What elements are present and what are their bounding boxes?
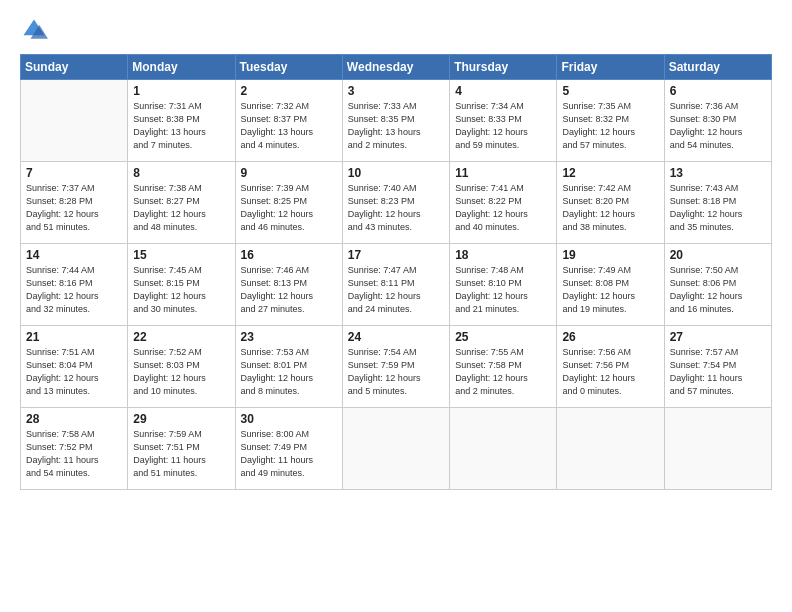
day-info: Sunrise: 7:34 AMSunset: 8:33 PMDaylight:… (455, 100, 551, 152)
logo (20, 16, 52, 44)
day-info: Sunrise: 7:49 AMSunset: 8:08 PMDaylight:… (562, 264, 658, 316)
day-info: Sunrise: 7:32 AMSunset: 8:37 PMDaylight:… (241, 100, 337, 152)
calendar-day-cell (450, 408, 557, 490)
calendar-week-row: 21Sunrise: 7:51 AMSunset: 8:04 PMDayligh… (21, 326, 772, 408)
day-number: 3 (348, 84, 444, 98)
day-number: 6 (670, 84, 766, 98)
day-number: 13 (670, 166, 766, 180)
calendar-day-cell: 9Sunrise: 7:39 AMSunset: 8:25 PMDaylight… (235, 162, 342, 244)
calendar-week-row: 1Sunrise: 7:31 AMSunset: 8:38 PMDaylight… (21, 80, 772, 162)
calendar-day-cell: 19Sunrise: 7:49 AMSunset: 8:08 PMDayligh… (557, 244, 664, 326)
weekday-header: Monday (128, 55, 235, 80)
calendar-day-cell: 28Sunrise: 7:58 AMSunset: 7:52 PMDayligh… (21, 408, 128, 490)
calendar-day-cell: 29Sunrise: 7:59 AMSunset: 7:51 PMDayligh… (128, 408, 235, 490)
calendar-day-cell: 20Sunrise: 7:50 AMSunset: 8:06 PMDayligh… (664, 244, 771, 326)
calendar-table: SundayMondayTuesdayWednesdayThursdayFrid… (20, 54, 772, 490)
calendar-day-cell: 14Sunrise: 7:44 AMSunset: 8:16 PMDayligh… (21, 244, 128, 326)
day-number: 1 (133, 84, 229, 98)
day-number: 9 (241, 166, 337, 180)
day-number: 4 (455, 84, 551, 98)
calendar-day-cell: 5Sunrise: 7:35 AMSunset: 8:32 PMDaylight… (557, 80, 664, 162)
day-info: Sunrise: 7:53 AMSunset: 8:01 PMDaylight:… (241, 346, 337, 398)
calendar-day-cell (21, 80, 128, 162)
calendar-day-cell: 11Sunrise: 7:41 AMSunset: 8:22 PMDayligh… (450, 162, 557, 244)
calendar-day-cell: 16Sunrise: 7:46 AMSunset: 8:13 PMDayligh… (235, 244, 342, 326)
day-number: 18 (455, 248, 551, 262)
calendar-day-cell: 13Sunrise: 7:43 AMSunset: 8:18 PMDayligh… (664, 162, 771, 244)
day-info: Sunrise: 7:38 AMSunset: 8:27 PMDaylight:… (133, 182, 229, 234)
calendar-day-cell: 30Sunrise: 8:00 AMSunset: 7:49 PMDayligh… (235, 408, 342, 490)
day-info: Sunrise: 7:54 AMSunset: 7:59 PMDaylight:… (348, 346, 444, 398)
day-number: 5 (562, 84, 658, 98)
day-info: Sunrise: 7:39 AMSunset: 8:25 PMDaylight:… (241, 182, 337, 234)
calendar-day-cell: 21Sunrise: 7:51 AMSunset: 8:04 PMDayligh… (21, 326, 128, 408)
day-number: 16 (241, 248, 337, 262)
day-info: Sunrise: 7:35 AMSunset: 8:32 PMDaylight:… (562, 100, 658, 152)
calendar-day-cell: 12Sunrise: 7:42 AMSunset: 8:20 PMDayligh… (557, 162, 664, 244)
calendar-day-cell (557, 408, 664, 490)
day-number: 24 (348, 330, 444, 344)
day-info: Sunrise: 7:55 AMSunset: 7:58 PMDaylight:… (455, 346, 551, 398)
calendar-week-row: 7Sunrise: 7:37 AMSunset: 8:28 PMDaylight… (21, 162, 772, 244)
day-number: 22 (133, 330, 229, 344)
day-info: Sunrise: 7:47 AMSunset: 8:11 PMDaylight:… (348, 264, 444, 316)
day-info: Sunrise: 7:45 AMSunset: 8:15 PMDaylight:… (133, 264, 229, 316)
day-info: Sunrise: 7:50 AMSunset: 8:06 PMDaylight:… (670, 264, 766, 316)
calendar-day-cell: 2Sunrise: 7:32 AMSunset: 8:37 PMDaylight… (235, 80, 342, 162)
calendar-day-cell (342, 408, 449, 490)
day-info: Sunrise: 7:37 AMSunset: 8:28 PMDaylight:… (26, 182, 122, 234)
weekday-header: Sunday (21, 55, 128, 80)
day-info: Sunrise: 8:00 AMSunset: 7:49 PMDaylight:… (241, 428, 337, 480)
calendar-day-cell: 4Sunrise: 7:34 AMSunset: 8:33 PMDaylight… (450, 80, 557, 162)
day-number: 17 (348, 248, 444, 262)
calendar-day-cell: 3Sunrise: 7:33 AMSunset: 8:35 PMDaylight… (342, 80, 449, 162)
calendar-day-cell: 17Sunrise: 7:47 AMSunset: 8:11 PMDayligh… (342, 244, 449, 326)
header (20, 16, 772, 44)
day-number: 19 (562, 248, 658, 262)
weekday-header: Thursday (450, 55, 557, 80)
weekday-header: Saturday (664, 55, 771, 80)
calendar-day-cell: 10Sunrise: 7:40 AMSunset: 8:23 PMDayligh… (342, 162, 449, 244)
day-info: Sunrise: 7:59 AMSunset: 7:51 PMDaylight:… (133, 428, 229, 480)
calendar-day-cell: 25Sunrise: 7:55 AMSunset: 7:58 PMDayligh… (450, 326, 557, 408)
day-info: Sunrise: 7:31 AMSunset: 8:38 PMDaylight:… (133, 100, 229, 152)
day-info: Sunrise: 7:42 AMSunset: 8:20 PMDaylight:… (562, 182, 658, 234)
day-info: Sunrise: 7:43 AMSunset: 8:18 PMDaylight:… (670, 182, 766, 234)
calendar-day-cell: 8Sunrise: 7:38 AMSunset: 8:27 PMDaylight… (128, 162, 235, 244)
calendar-header-row: SundayMondayTuesdayWednesdayThursdayFrid… (21, 55, 772, 80)
day-number: 11 (455, 166, 551, 180)
page: SundayMondayTuesdayWednesdayThursdayFrid… (0, 0, 792, 612)
day-info: Sunrise: 7:41 AMSunset: 8:22 PMDaylight:… (455, 182, 551, 234)
calendar-day-cell: 18Sunrise: 7:48 AMSunset: 8:10 PMDayligh… (450, 244, 557, 326)
calendar-week-row: 28Sunrise: 7:58 AMSunset: 7:52 PMDayligh… (21, 408, 772, 490)
day-info: Sunrise: 7:56 AMSunset: 7:56 PMDaylight:… (562, 346, 658, 398)
calendar-day-cell: 24Sunrise: 7:54 AMSunset: 7:59 PMDayligh… (342, 326, 449, 408)
day-number: 20 (670, 248, 766, 262)
day-info: Sunrise: 7:51 AMSunset: 8:04 PMDaylight:… (26, 346, 122, 398)
day-info: Sunrise: 7:46 AMSunset: 8:13 PMDaylight:… (241, 264, 337, 316)
calendar-day-cell: 27Sunrise: 7:57 AMSunset: 7:54 PMDayligh… (664, 326, 771, 408)
weekday-header: Wednesday (342, 55, 449, 80)
day-number: 21 (26, 330, 122, 344)
day-number: 27 (670, 330, 766, 344)
day-info: Sunrise: 7:36 AMSunset: 8:30 PMDaylight:… (670, 100, 766, 152)
calendar-week-row: 14Sunrise: 7:44 AMSunset: 8:16 PMDayligh… (21, 244, 772, 326)
day-number: 26 (562, 330, 658, 344)
calendar-day-cell: 22Sunrise: 7:52 AMSunset: 8:03 PMDayligh… (128, 326, 235, 408)
calendar-day-cell: 6Sunrise: 7:36 AMSunset: 8:30 PMDaylight… (664, 80, 771, 162)
calendar-day-cell: 23Sunrise: 7:53 AMSunset: 8:01 PMDayligh… (235, 326, 342, 408)
day-number: 28 (26, 412, 122, 426)
day-info: Sunrise: 7:57 AMSunset: 7:54 PMDaylight:… (670, 346, 766, 398)
day-info: Sunrise: 7:44 AMSunset: 8:16 PMDaylight:… (26, 264, 122, 316)
day-info: Sunrise: 7:33 AMSunset: 8:35 PMDaylight:… (348, 100, 444, 152)
day-number: 15 (133, 248, 229, 262)
weekday-header: Friday (557, 55, 664, 80)
day-number: 7 (26, 166, 122, 180)
logo-icon (20, 16, 48, 44)
day-number: 8 (133, 166, 229, 180)
day-info: Sunrise: 7:52 AMSunset: 8:03 PMDaylight:… (133, 346, 229, 398)
calendar-day-cell: 15Sunrise: 7:45 AMSunset: 8:15 PMDayligh… (128, 244, 235, 326)
calendar-day-cell (664, 408, 771, 490)
day-info: Sunrise: 7:58 AMSunset: 7:52 PMDaylight:… (26, 428, 122, 480)
day-number: 25 (455, 330, 551, 344)
